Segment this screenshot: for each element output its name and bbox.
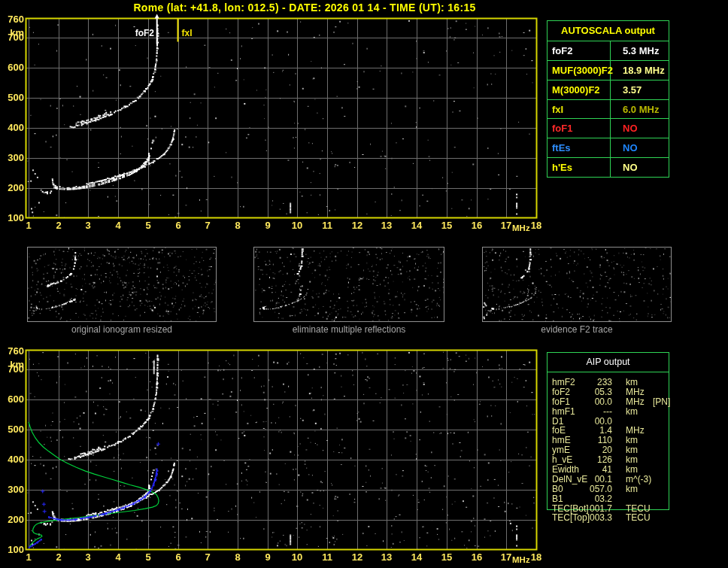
aip-parameter-value: 05.3 xyxy=(563,387,612,397)
aip-row: hmF2233km xyxy=(548,378,670,387)
aip-parameter-note: [PN] xyxy=(653,397,670,407)
autoscala-parameter-value: NO xyxy=(611,138,669,157)
autoscala-row: foF25.3 MHz xyxy=(548,41,669,61)
aip-parameter-unit: MHz xyxy=(626,387,645,397)
aip-parameter-value: --- xyxy=(563,407,612,417)
aip-row: DelN_vE00.1m^(-3) xyxy=(548,475,670,484)
autoscala-row: foF1NO xyxy=(548,119,669,138)
aip-row: foF205.3MHz xyxy=(548,387,670,397)
autoscala-row: ftEsNO xyxy=(548,138,669,158)
aip-parameter-value: 233 xyxy=(563,378,612,387)
autoscala-row: fxI6.0 MHz xyxy=(548,100,669,120)
autoscala-parameter-label: foF1 xyxy=(548,119,611,138)
aip-row: B0057.0km xyxy=(548,484,670,494)
autoscala-parameter-value: NO xyxy=(611,158,669,177)
aip-row: Ewidth41km xyxy=(548,465,670,475)
aip-parameter-label: B1 xyxy=(552,494,563,504)
autoscala-row: MUF(3000)F218.9 MHz xyxy=(548,61,669,80)
autoscala-parameter-label: ftEs xyxy=(548,138,611,157)
page-title: Rome (lat: +41.8, lon: 012.5) - DATE: 20… xyxy=(45,2,564,14)
aip-parameter-unit: MHz xyxy=(626,397,645,407)
autoscala-parameter-value: 5.3 MHz xyxy=(611,41,669,60)
thumbnail-caption: eliminate multiple reflections xyxy=(253,324,444,335)
autoscala-row: M(3000)F23.57 xyxy=(548,80,669,100)
aip-parameter-value: 057.0 xyxy=(563,484,612,494)
aip-parameter-label: B0 xyxy=(552,484,563,494)
aip-parameter-value: 003.3 xyxy=(563,513,612,523)
aip-parameter-value: 00.1 xyxy=(563,475,612,484)
autoscala-parameter-value: 3.57 xyxy=(611,80,669,99)
aip-parameter-unit: km xyxy=(626,465,638,475)
autoscala-parameter-value: NO xyxy=(611,119,669,138)
thumbnail-caption: original ionogram resized xyxy=(27,324,217,335)
aip-row: B103.2 xyxy=(548,494,670,504)
aip-row: TEC[Top]003.3TECU xyxy=(548,513,670,523)
autoscala-table-header: AUTOSCALA output xyxy=(548,21,669,41)
aip-parameter-unit: TECU xyxy=(626,513,651,523)
autoscala-parameter-value: 18.9 MHz xyxy=(611,61,669,80)
aip-parameter-value: 41 xyxy=(563,465,612,475)
thumbnail-caption: evidence F2 trace xyxy=(482,324,672,335)
autoscala-parameter-value: 6.0 MHz xyxy=(611,100,669,119)
autoscala-parameter-label: M(3000)F2 xyxy=(548,80,611,99)
autoscala-window: Rome (lat: +41.8, lon: 012.5) - DATE: 20… xyxy=(0,0,728,568)
aip-parameter-value: 00.0 xyxy=(563,397,612,407)
autoscala-parameter-label: h'Es xyxy=(548,158,611,177)
aip-table-header: AIP output xyxy=(548,353,669,372)
autoscala-parameter-label: foF2 xyxy=(548,41,611,60)
autoscala-parameter-label: MUF(3000)F2 xyxy=(548,61,611,80)
aip-parameter-unit: m^(-3) xyxy=(626,475,651,484)
aip-output-table: AIP output hmF2233kmfoF205.3MHzfoF100.0M… xyxy=(547,352,669,510)
aip-parameter-unit: km xyxy=(626,378,638,387)
aip-table-rows: hmF2233kmfoF205.3MHzfoF100.0MHz[PN]hmF1-… xyxy=(548,378,670,523)
aip-row: hmF1---km xyxy=(548,407,670,417)
aip-row: foF100.0MHz[PN] xyxy=(548,397,670,407)
autoscala-row: h'EsNO xyxy=(548,158,669,177)
autoscala-table-rows: foF25.3 MHzMUF(3000)F218.9 MHzM(3000)F23… xyxy=(548,41,669,177)
aip-parameter-unit: km xyxy=(626,484,638,494)
aip-parameter-value: 03.2 xyxy=(563,494,612,504)
aip-parameter-unit: km xyxy=(626,407,638,417)
autoscala-parameter-label: fxI xyxy=(548,100,611,119)
autoscala-output-table: AUTOSCALA output foF25.3 MHzMUF(3000)F21… xyxy=(547,20,669,178)
